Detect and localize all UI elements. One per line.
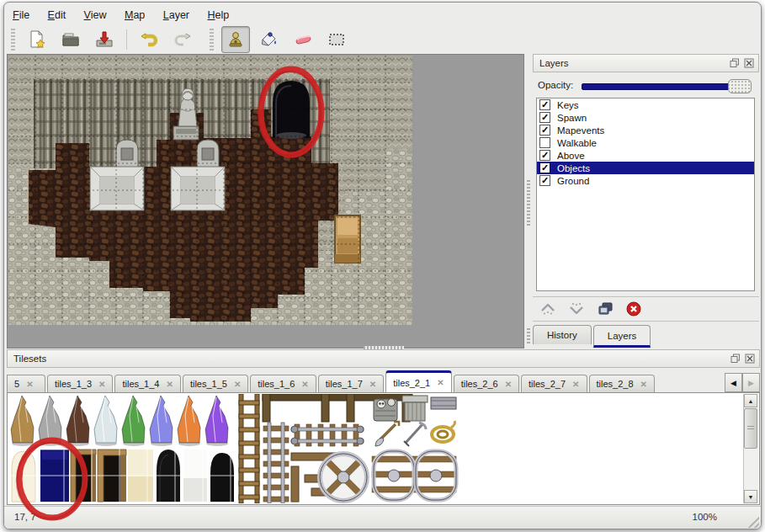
- opacity-slider-track[interactable]: [582, 83, 730, 90]
- undo-button[interactable]: [135, 26, 163, 53]
- close-tab-icon[interactable]: ✕: [640, 380, 647, 389]
- close-tab-icon[interactable]: ✕: [166, 380, 173, 389]
- layer-row-walkable[interactable]: Walkable: [537, 136, 754, 149]
- float-panel-icon[interactable]: [729, 57, 741, 69]
- map-canvas[interactable]: [7, 54, 524, 348]
- layer-checkbox[interactable]: ✓: [539, 112, 550, 123]
- tileset-content[interactable]: ▲ ▼: [7, 392, 760, 505]
- menu-help[interactable]: Help: [207, 9, 229, 21]
- tilesets-panel-header: Tilesets: [7, 349, 760, 368]
- layer-checkbox[interactable]: [539, 137, 550, 148]
- close-panel-icon[interactable]: [743, 57, 755, 69]
- layer-checkbox[interactable]: ✓: [539, 150, 550, 161]
- tileset-tab-6-active[interactable]: tiles_2_1 ✕: [385, 370, 451, 392]
- raise-layer-button[interactable]: [538, 299, 558, 319]
- toolbar-grip[interactable]: [11, 29, 15, 51]
- layer-label: Keys: [557, 100, 579, 110]
- layer-row-above[interactable]: ✓ Above: [537, 149, 754, 162]
- new-file-button[interactable]: [23, 26, 51, 53]
- layer-row-objects[interactable]: ✓ Objects: [537, 162, 754, 174]
- delete-layer-button[interactable]: [624, 299, 644, 319]
- tileset-tab-2[interactable]: tiles_1_4 ✕: [114, 375, 180, 392]
- scrollbar-thumb[interactable]: [744, 408, 757, 449]
- layer-row-spawn[interactable]: ✓ Spawn: [537, 111, 754, 124]
- tile-crystal-5: [150, 396, 173, 446]
- close-tab-icon[interactable]: ✕: [369, 380, 376, 389]
- layer-checkbox[interactable]: ✓: [539, 175, 550, 186]
- vertical-splitter[interactable]: [525, 54, 532, 348]
- tileset-tab-7[interactable]: tiles_2_6 ✕: [454, 375, 519, 392]
- save-file-button[interactable]: [90, 26, 119, 53]
- delete-layer-icon: [625, 301, 642, 317]
- gravestone-right: [197, 140, 219, 168]
- layer-buttons: [533, 296, 759, 322]
- close-panel-icon[interactable]: [744, 353, 756, 364]
- eraser-icon: [293, 29, 313, 50]
- lower-layer-icon: [568, 301, 585, 317]
- toolbar-grip-2[interactable]: [210, 29, 214, 51]
- tab-scroll-right-button[interactable]: ▶: [742, 373, 760, 392]
- layer-row-mapevents[interactable]: ✓ Mapevents: [537, 124, 754, 136]
- tileset-tab-3[interactable]: tiles_1_5 ✕: [183, 375, 248, 392]
- tile-column: [402, 396, 428, 421]
- scroll-down-button[interactable]: ▼: [744, 490, 757, 503]
- duplicate-layer-button[interactable]: [595, 299, 615, 319]
- tileset-vertical-scrollbar[interactable]: ▲ ▼: [743, 394, 758, 503]
- lower-layer-button[interactable]: [566, 299, 587, 319]
- layer-label: Objects: [557, 163, 590, 173]
- close-tab-icon[interactable]: ✕: [572, 380, 579, 389]
- layer-checkbox[interactable]: ✓: [539, 125, 550, 136]
- layer-list: ✓ Keys ✓ Spawn ✓ Mapevents Walkable ✓ Ab…: [536, 98, 755, 291]
- vertical-splitter-grip[interactable]: [527, 180, 530, 227]
- menu-layer[interactable]: Layer: [163, 9, 189, 21]
- close-tab-icon[interactable]: ✕: [437, 378, 444, 387]
- close-tab-icon[interactable]: ✕: [301, 380, 308, 389]
- tileset-tab-0[interactable]: 5 ✕: [7, 375, 45, 392]
- float-panel-icon[interactable]: [730, 353, 741, 364]
- redo-button[interactable]: [168, 26, 197, 53]
- resize-grip[interactable]: [746, 514, 759, 528]
- tile-rail-stub: [431, 397, 456, 409]
- layer-row-ground[interactable]: ✓ Ground: [537, 174, 754, 187]
- tab-layers[interactable]: Layers: [593, 325, 651, 348]
- close-tab-icon[interactable]: ✕: [505, 380, 512, 389]
- tile-crystal-0: [11, 396, 34, 446]
- duplicate-layer-icon: [597, 301, 614, 317]
- layers-dock: Layers Opacity: ✓ Keys ✓ Spawn: [533, 54, 759, 348]
- menu-file[interactable]: File: [13, 9, 29, 21]
- close-tab-icon[interactable]: ✕: [234, 380, 241, 389]
- menu-edit[interactable]: Edit: [48, 9, 66, 21]
- layer-label: Above: [557, 151, 585, 161]
- close-tab-icon[interactable]: ✕: [26, 380, 33, 389]
- layer-row-keys[interactable]: ✓ Keys: [537, 98, 754, 111]
- tile-rope-coil: [432, 421, 455, 442]
- tileset-tab-1[interactable]: tiles_1_3 ✕: [47, 375, 113, 392]
- tileset-tab-4[interactable]: tiles_1_6 ✕: [250, 375, 316, 392]
- eraser-tool-button[interactable]: [289, 26, 317, 53]
- save-icon: [94, 29, 114, 50]
- layer-checkbox[interactable]: ✓: [539, 99, 550, 110]
- stamp-tool-icon: [226, 29, 246, 50]
- fill-tool-button[interactable]: [255, 26, 284, 53]
- scroll-up-button[interactable]: ▲: [744, 394, 757, 407]
- stone-platform-right: [171, 167, 225, 210]
- layer-checkbox[interactable]: ✓: [539, 162, 550, 173]
- dock-tab-bar: History Layers: [533, 325, 652, 347]
- opacity-slider-thumb[interactable]: [728, 79, 752, 93]
- stamp-tool-button[interactable]: [221, 26, 250, 53]
- tab-history[interactable]: History: [533, 325, 592, 344]
- tileset-tab-8[interactable]: tiles_2_7 ✕: [521, 375, 587, 392]
- menu-view[interactable]: View: [84, 9, 107, 21]
- open-file-button[interactable]: [56, 26, 85, 53]
- menu-map[interactable]: Map: [125, 9, 145, 21]
- tileset-tab-5[interactable]: tiles_1_7 ✕: [318, 375, 384, 392]
- select-tool-button[interactable]: [322, 26, 351, 53]
- map-render: [8, 56, 414, 327]
- tileset-tab-9[interactable]: tiles_2_8 ✕: [589, 375, 655, 392]
- app-window: File Edit View Map Layer Help: [3, 2, 762, 529]
- opacity-label: Opacity:: [538, 80, 573, 90]
- close-tab-icon[interactable]: ✕: [98, 380, 105, 389]
- tile-track-vertical: [263, 423, 289, 503]
- open-folder-icon: [61, 29, 81, 50]
- tab-scroll-left-button[interactable]: ◀: [725, 373, 742, 392]
